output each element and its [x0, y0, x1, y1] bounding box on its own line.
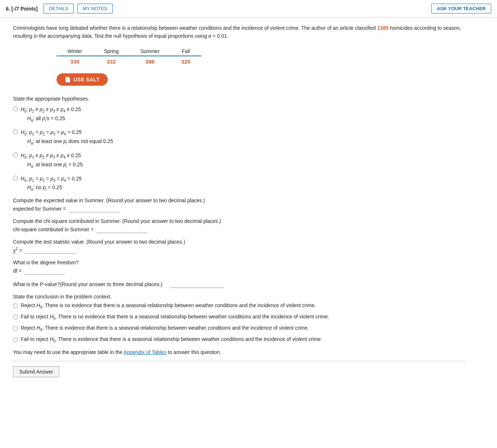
conclusion-option-1[interactable]: Reject H0. There is no evidence that the…: [13, 302, 466, 309]
conclusion-title: State the conclusion in the problem cont…: [13, 294, 466, 300]
hypothesis-option-1[interactable]: H0: p1 ≠ p2 ≠ p3 ≠ p4 ≠ 0.25 Ha: all pi'…: [13, 105, 466, 123]
conclusion-group: Reject H0. There is no evidence that the…: [13, 302, 466, 343]
hypothesis-label-3: H0: p1 ≠ p2 ≠ p3 ≠ p4 ≠ 0.25 Ha: at leas…: [21, 151, 83, 170]
intro-text: Criminologists have long debated whether…: [13, 25, 377, 31]
expected-label: Compute the expected value in Summer. (R…: [13, 197, 466, 203]
count-highlight: 1385: [377, 25, 389, 31]
col-summer: Summer: [130, 47, 171, 56]
df-input[interactable]: [25, 267, 65, 274]
hypotheses-group: H0: p1 ≠ p2 ≠ p3 ≠ p4 ≠ 0.25 Ha: all pi'…: [13, 105, 466, 192]
hypothesis-radio-3[interactable]: [13, 152, 18, 157]
question-label: 6. [-/7 Points]: [6, 6, 38, 12]
col-winter: Winter: [57, 47, 93, 56]
details-button[interactable]: DETAILS: [44, 4, 74, 13]
df-label: What is the degree freedom?: [13, 260, 466, 265]
conclusion-label-4: Fail to reject H0. There is evidence tha…: [21, 336, 322, 343]
expected-row-label: expected for Summer =: [13, 206, 66, 212]
statistic-row: χ2 =: [13, 246, 466, 254]
hypothesis-label-1: H0: p1 ≠ p2 ≠ p3 ≠ p4 ≠ 0.25 Ha: all pi'…: [21, 105, 81, 123]
val-spring: 332: [93, 56, 129, 67]
appendix-line: You may need to use the appropriate tabl…: [13, 349, 466, 355]
chisq-row: chi-square contributed in Summer =: [13, 225, 466, 233]
appendix-link[interactable]: Appendix of Tables: [124, 349, 167, 355]
hypothesis-radio-1[interactable]: [13, 106, 18, 111]
df-row-label: df =: [13, 268, 22, 274]
conclusion-option-2[interactable]: Fail to reject H0. There is no evidence …: [13, 314, 466, 321]
header: 6. [-/7 Points] DETAILS MY NOTES ASK YOU…: [0, 0, 497, 17]
pvalue-label: What is the P-value?(Round your answer t…: [13, 281, 163, 287]
conclusion-option-3[interactable]: Reject H0. There is evidence that there …: [13, 325, 466, 332]
conclusion-label-3: Reject H0. There is evidence that there …: [21, 325, 309, 332]
pvalue-input[interactable]: [170, 280, 224, 288]
appendix-suffix: to answer this question.: [168, 349, 221, 355]
val-summer: 398: [130, 56, 171, 67]
hypothesis-option-2[interactable]: H0: p1 = p2 = p3 = p4 = 0.25 Ha: at leas…: [13, 128, 466, 146]
compute-section: Compute the expected value in Summer. (R…: [13, 197, 466, 288]
col-fall: Fall: [171, 47, 201, 56]
submit-button[interactable]: Submit Answer: [13, 366, 59, 377]
val-fall: 325: [171, 56, 201, 67]
statistic-row-label: χ2 =: [13, 247, 22, 253]
use-salt-container: 📄 USE SALT: [13, 70, 466, 89]
conclusion-radio-4[interactable]: [13, 337, 18, 342]
ask-teacher-button[interactable]: ASK YOUR TEACHER: [431, 4, 491, 13]
chisq-label: Compute the chi-square contributed in Su…: [13, 218, 466, 224]
appendix-prefix: You may need to use the appropriate tabl…: [13, 349, 122, 355]
main-content: Criminologists have long debated whether…: [0, 17, 479, 386]
my-notes-button[interactable]: MY NOTES: [77, 4, 113, 13]
hypotheses-title: State the appropriate hypotheses.: [13, 96, 466, 102]
chisq-row-label: chi-square contributed in Summer =: [13, 227, 94, 232]
conclusion-label-2: Fail to reject H0. There is no evidence …: [21, 314, 329, 321]
hypothesis-radio-4[interactable]: [13, 176, 18, 180]
statistic-label: Compute the test statistic value. (Round…: [13, 239, 466, 245]
expected-input[interactable]: [69, 205, 120, 212]
use-salt-label: USE SALT: [74, 77, 100, 82]
submit-row: Submit Answer: [13, 361, 466, 377]
pvalue-row: What is the P-value?(Round your answer t…: [13, 280, 466, 288]
use-salt-button[interactable]: 📄 USE SALT: [57, 73, 108, 86]
col-spring: Spring: [93, 47, 129, 56]
statistic-input[interactable]: [25, 246, 76, 254]
hypothesis-option-3[interactable]: H0: p1 ≠ p2 ≠ p3 ≠ p4 ≠ 0.25 Ha: at leas…: [13, 151, 466, 170]
conclusion-label-1: Reject H0. There is no evidence that the…: [21, 302, 316, 309]
problem-text: Criminologists have long debated whether…: [13, 24, 466, 40]
conclusion-radio-2[interactable]: [13, 315, 18, 319]
chisq-input[interactable]: [96, 225, 147, 233]
conclusion-radio-3[interactable]: [13, 326, 18, 331]
hypothesis-label-2: H0: p1 = p2 = p3 = p4 = 0.25 Ha: at leas…: [21, 128, 113, 146]
data-table: Winter Spring Summer Fall 330 332 398 32…: [57, 47, 201, 67]
val-winter: 330: [57, 56, 93, 67]
conclusion-option-4[interactable]: Fail to reject H0. There is evidence tha…: [13, 336, 466, 343]
hypothesis-label-4: H0: p1 = p2 = p3 = p4 = 0.25 Ha: no pi =…: [21, 175, 82, 193]
df-row: df =: [13, 267, 466, 274]
conclusion-radio-1[interactable]: [13, 304, 18, 308]
salt-icon: 📄: [65, 77, 71, 82]
hypothesis-radio-2[interactable]: [13, 129, 18, 134]
hypothesis-option-4[interactable]: H0: p1 = p2 = p3 = p4 = 0.25 Ha: no pi =…: [13, 175, 466, 193]
expected-row: expected for Summer =: [13, 205, 466, 212]
